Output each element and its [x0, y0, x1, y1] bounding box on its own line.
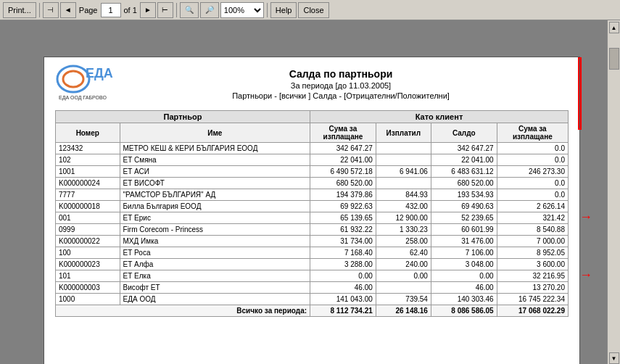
- table-row: 1001 ЕТ АСИ 6 490 572.18 6 941.06 6 483 …: [56, 166, 569, 178]
- cell-num: K000000024: [56, 178, 120, 189]
- cell-balance: 52 239.65: [431, 212, 497, 224]
- cell-sum-due2: 0.0: [497, 154, 568, 166]
- cell-name: МЕТРО КЕШ & КЕРИ БЪЛГАРИЯ ЕООД: [120, 143, 310, 154]
- cell-sum-due: 680 520.00: [310, 178, 376, 189]
- next-page-button[interactable]: ►: [140, 2, 156, 18]
- scroll-down-button[interactable]: ▼: [609, 352, 619, 364]
- cell-name: МХД Имка: [120, 236, 310, 247]
- cell-name: Билла България ЕООД: [120, 201, 310, 212]
- cell-balance: 7 106.00: [431, 247, 497, 259]
- cell-sum-due2: 2 626.14: [497, 201, 568, 212]
- logo-area: ЕДА ЕДА ООД ГАБРОВО: [55, 65, 113, 104]
- cell-sum-due: 3 288.00: [310, 259, 376, 270]
- table-row: K000000003 Висофт ЕТ 46.00 46.00 13 270.…: [56, 282, 569, 294]
- first-page-button[interactable]: ⊣: [43, 2, 59, 18]
- cell-balance: 3 048.00: [431, 259, 497, 270]
- cell-num: 001: [56, 212, 120, 224]
- page-input[interactable]: [101, 3, 121, 17]
- cell-sum-due: 61 932.22: [310, 224, 376, 236]
- arrow-right-2: →: [579, 268, 592, 283]
- cell-sum-due2: 321.42: [497, 212, 568, 224]
- cell-name: "РАМСТОР БЪЛГАРИЯ" АД: [120, 189, 310, 201]
- svg-text:ЕДА: ЕДА: [86, 66, 113, 80]
- cell-num: 1000: [56, 294, 120, 305]
- last-page-button[interactable]: ⊢: [157, 2, 173, 18]
- cell-balance: 6 483 631.12: [431, 166, 497, 178]
- cell-sum-due: 7 168.40: [310, 247, 376, 259]
- cell-sum-due2: 0.0: [497, 143, 568, 154]
- total-balance: 8 086 586.05: [431, 305, 497, 317]
- report-title: Салда по партньори: [113, 68, 569, 80]
- table-row: K000000022 МХД Имка 31 734.00 258.00 31 …: [56, 236, 569, 247]
- cell-balance: 46.00: [431, 282, 497, 294]
- cell-sum-due: 31 734.00: [310, 236, 376, 247]
- cell-sum-due: 342 647.27: [310, 143, 376, 154]
- cell-num: 100: [56, 247, 120, 259]
- cell-sum-due: 141 043.00: [310, 294, 376, 305]
- table-row: 0999 Firm Corecom - Princess 61 932.22 1…: [56, 224, 569, 236]
- zoom-in-button[interactable]: 🔍: [180, 2, 199, 18]
- scroll-up-button[interactable]: ▲: [609, 22, 619, 33]
- cell-paid: 240.00: [376, 259, 431, 270]
- cell-paid: 0.00: [376, 270, 431, 282]
- page-scroll[interactable]: Настройка наотпечатката (Page Setup) ↙ О…: [0, 20, 607, 364]
- table-row: 7777 "РАМСТОР БЪЛГАРИЯ" АД 194 379.86 84…: [56, 189, 569, 201]
- cell-sum-due2: 0.0: [497, 178, 568, 189]
- svg-text:ЕДА ООД ГАБРОВО: ЕДА ООД ГАБРОВО: [59, 95, 107, 101]
- scroll-thumb[interactable]: [609, 48, 619, 70]
- cell-balance: 22 041.00: [431, 154, 497, 166]
- cell-paid: 62.40: [376, 247, 431, 259]
- cell-num: K000000018: [56, 201, 120, 212]
- cell-paid: 844.93: [376, 189, 431, 201]
- svg-point-1: [63, 71, 83, 87]
- zoom-out-button[interactable]: 🔎: [200, 2, 219, 18]
- cell-balance: 31 476.00: [431, 236, 497, 247]
- table-row: 001 ЕТ Ерис 65 139.65 12 900.00 52 239.6…: [56, 212, 569, 224]
- separator: [39, 3, 40, 17]
- prev-page-button[interactable]: ◄: [60, 2, 76, 18]
- col-sum-due: Сума заизплащане: [310, 123, 376, 143]
- report-table: Партньор Като клиент Номер Име Сума заиз…: [55, 110, 569, 317]
- zoom-select[interactable]: 100% 75% 50% 150%: [220, 2, 264, 18]
- cell-num: 101: [56, 270, 120, 282]
- cell-sum-due2: 16 745 222.34: [497, 294, 568, 305]
- cell-paid: 6 941.06: [376, 166, 431, 178]
- col-name: Име: [120, 123, 310, 143]
- report-title-area: Салда по партньори За периода [до 11.03.…: [113, 65, 569, 100]
- cell-paid: [376, 143, 431, 154]
- cell-sum-due2: 246 273.30: [497, 166, 568, 178]
- cell-sum-due2: 8 952.05: [497, 247, 568, 259]
- cell-balance: 60 601.99: [431, 224, 497, 236]
- cell-sum-due: 69 922.63: [310, 201, 376, 212]
- report-period: За периода [до 11.03.2005]: [113, 81, 569, 90]
- total-paid: 26 148.16: [376, 305, 431, 317]
- report-header: ЕДА ЕДА ООД ГАБРОВО Салда по партньори З…: [55, 65, 569, 107]
- help-button[interactable]: Help: [270, 2, 297, 18]
- cell-sum-due2: 3 600.00: [497, 259, 568, 270]
- cell-paid: 1 330.23: [376, 224, 431, 236]
- cell-name: ЕТ Елка: [120, 270, 310, 282]
- table-row: 100 ЕТ Роса 7 168.40 62.40 7 106.00 8 95…: [56, 247, 569, 259]
- cell-balance: 69 490.63: [431, 201, 497, 212]
- report-filter: Партньори - [всички ] Салда - [Отрицател…: [113, 91, 569, 100]
- report-page: ЕДА ЕДА ООД ГАБРОВО Салда по партньори З…: [44, 57, 580, 364]
- col-sum-due2: Сума заизплащане: [497, 123, 568, 143]
- close-button[interactable]: Close: [298, 2, 328, 18]
- page-of-label: of 1: [123, 6, 139, 15]
- cell-num: 0999: [56, 224, 120, 236]
- cell-num: 1001: [56, 166, 120, 178]
- cell-paid: 12 900.00: [376, 212, 431, 224]
- table-row: 123432 МЕТРО КЕШ & КЕРИ БЪЛГАРИЯ ЕООД 34…: [56, 143, 569, 154]
- cell-balance: 342 647.27: [431, 143, 497, 154]
- cell-balance: 140 303.46: [431, 294, 497, 305]
- table-row: 101 ЕТ Елка 0.00 0.00 0.00 32 216.95: [56, 270, 569, 282]
- cell-paid: [376, 282, 431, 294]
- total-sum-due: 8 112 734.21: [310, 305, 376, 317]
- cell-sum-due: 22 041.00: [310, 154, 376, 166]
- total-label: Всичко за периода:: [56, 305, 310, 317]
- vertical-scrollbar[interactable]: ▲ ▼: [607, 20, 620, 364]
- cell-sum-due: 0.00: [310, 270, 376, 282]
- cell-num: K000000003: [56, 282, 120, 294]
- cell-name: ЕТ ВИСОФТ: [120, 178, 310, 189]
- print-button[interactable]: Print...: [3, 2, 36, 18]
